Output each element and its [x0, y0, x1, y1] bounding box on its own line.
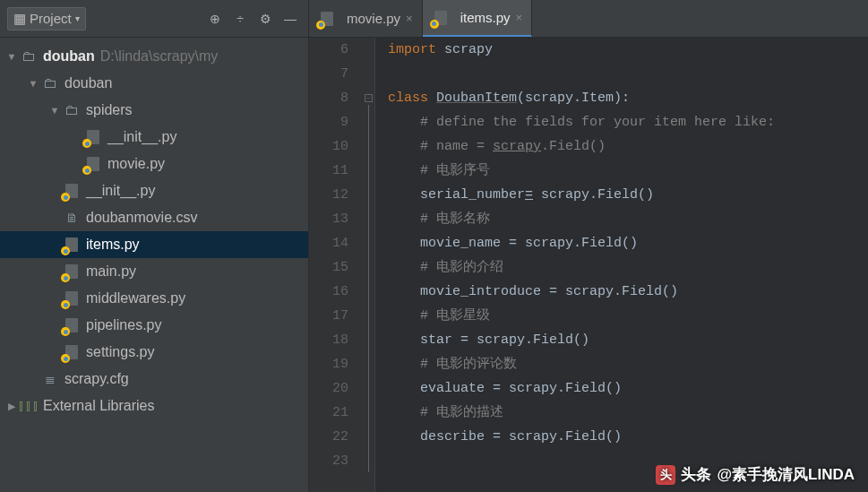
tab-label: items.py: [460, 10, 511, 25]
code-line[interactable]: [388, 62, 868, 86]
line-number: 13: [309, 207, 348, 231]
tree-folder-douban[interactable]: ▼ 🗀 douban: [0, 70, 308, 97]
tree-file-settings[interactable]: settings.py: [0, 339, 308, 366]
line-number: 22: [309, 425, 348, 449]
tree-label: spiders: [86, 102, 133, 118]
line-number: 20: [309, 376, 348, 401]
project-sidebar: ▦ Project ▾ ⊕ ÷ ⚙ — ▼ 🗀 douban D:\linda\…: [0, 0, 309, 492]
python-file-icon: [84, 128, 102, 146]
chevron-down-icon[interactable]: ▼: [25, 78, 41, 89]
line-number: 10: [309, 134, 348, 159]
chevron-down-icon[interactable]: ▼: [4, 51, 20, 62]
code-line[interactable]: movie_name = scrapy.Field(): [388, 231, 868, 255]
tab-label: movie.py: [347, 11, 400, 26]
tree-label: doubanmovie.csv: [86, 210, 198, 226]
tree-label: douban: [43, 48, 95, 65]
close-icon[interactable]: ×: [406, 12, 413, 25]
line-number: 16: [309, 280, 348, 304]
tab-movie[interactable]: movie.py ×: [309, 0, 423, 37]
file-icon: 🗎: [63, 209, 81, 227]
code-line[interactable]: star = scrapy.Field(): [388, 328, 868, 352]
code-content[interactable]: import scrapyclass DoubanItem(scrapy.Ite…: [375, 38, 868, 492]
code-line[interactable]: class DoubanItem(scrapy.Item):: [388, 86, 868, 110]
python-file-icon: [63, 316, 81, 334]
code-line[interactable]: evaluate = scrapy.Field(): [388, 376, 868, 401]
code-editor[interactable]: 67891011121314151617181920212223 − impor…: [309, 38, 868, 492]
minimize-icon[interactable]: —: [279, 8, 301, 30]
line-number: 14: [309, 231, 348, 255]
folder-dot-icon: 🗀: [41, 74, 59, 92]
code-line[interactable]: # define the fields for your item here l…: [388, 110, 868, 134]
code-line[interactable]: serial_number= scrapy.Field(): [388, 183, 868, 207]
tree-file-main[interactable]: main.py: [0, 258, 308, 285]
tree-file-init-douban[interactable]: __init__.py: [0, 177, 308, 204]
line-number: 8: [309, 86, 348, 110]
collapse-icon[interactable]: ÷: [229, 8, 251, 30]
code-line[interactable]: import scrapy: [388, 38, 868, 62]
line-number: 7: [309, 62, 348, 86]
line-number: 21: [309, 401, 348, 425]
code-line[interactable]: describe = scrapy.Field(): [388, 425, 868, 449]
line-number: 15: [309, 255, 348, 280]
watermark-prefix: 头条: [681, 464, 711, 485]
editor-tabs: movie.py × items.py ×: [309, 0, 868, 38]
tree-file-csv[interactable]: 🗎 doubanmovie.csv: [0, 204, 308, 231]
code-line[interactable]: # 电影序号: [388, 159, 868, 183]
tree-label: movie.py: [107, 156, 165, 172]
line-number: 9: [309, 110, 348, 134]
chevron-down-icon[interactable]: ▼: [47, 105, 63, 116]
tree-file-items[interactable]: items.py: [0, 231, 308, 258]
close-icon[interactable]: ×: [515, 11, 522, 24]
fold-line: [368, 105, 369, 472]
tree-label: middlewares.py: [86, 290, 185, 306]
tree-file-pipelines[interactable]: pipelines.py: [0, 312, 308, 339]
code-line[interactable]: # 电影星级: [388, 304, 868, 328]
tab-items[interactable]: items.py ×: [423, 0, 532, 37]
tree-label: __init__.py: [107, 129, 176, 145]
code-line[interactable]: # 电影的介绍: [388, 255, 868, 280]
python-file-icon: [63, 289, 81, 307]
tree-path: D:\linda\scrapy\my: [100, 48, 219, 65]
tree-external-libraries[interactable]: ▶ ⫿⫿⫿ External Libraries: [0, 393, 308, 419]
tree-label: __init__.py: [86, 183, 155, 199]
project-view-selector[interactable]: ▦ Project ▾: [7, 7, 86, 30]
folder-dot-icon: 🗀: [63, 101, 81, 119]
watermark-icon: 头: [656, 465, 675, 485]
line-number: 12: [309, 183, 348, 207]
tree-label: pipelines.py: [86, 317, 162, 333]
tree-label: items.py: [86, 237, 140, 253]
tree-file-middlewares[interactable]: middlewares.py: [0, 285, 308, 312]
python-file-icon: [63, 343, 81, 361]
fold-marker[interactable]: −: [365, 94, 373, 102]
tree-file-movie[interactable]: movie.py: [0, 151, 308, 177]
libraries-icon: ⫿⫿⫿: [20, 397, 38, 415]
line-number: 18: [309, 328, 348, 352]
tree-label: douban: [64, 75, 112, 91]
gear-icon[interactable]: ⚙: [254, 8, 276, 30]
code-line[interactable]: # name = scrapy.Field(): [388, 134, 868, 159]
tree-label: main.py: [86, 263, 136, 280]
python-file-icon: [63, 263, 81, 281]
line-gutter: 67891011121314151617181920212223: [309, 38, 363, 492]
tree-label: External Libraries: [43, 398, 155, 414]
line-number: 19: [309, 352, 348, 376]
project-tree: ▼ 🗀 douban D:\linda\scrapy\my ▼ 🗀 douban…: [0, 38, 308, 492]
target-icon[interactable]: ⊕: [204, 8, 226, 30]
code-line[interactable]: # 电影名称: [388, 207, 868, 231]
tree-file-init-spiders[interactable]: __init__.py: [0, 124, 308, 151]
dropdown-icon: ▾: [75, 13, 80, 23]
line-number: 23: [309, 449, 348, 473]
python-file-icon: [63, 182, 81, 200]
tree-file-cfg[interactable]: ≣ scrapy.cfg: [0, 366, 308, 393]
tree-folder-spiders[interactable]: ▼ 🗀 spiders: [0, 97, 308, 124]
project-view-label: Project: [30, 11, 72, 26]
tree-root[interactable]: ▼ 🗀 douban D:\linda\scrapy\my: [0, 43, 308, 70]
code-line[interactable]: # 电影的评论数: [388, 352, 868, 376]
line-number: 17: [309, 304, 348, 328]
code-line[interactable]: movie_introduce = scrapy.Field(): [388, 280, 868, 304]
tree-label: settings.py: [86, 344, 154, 360]
project-icon: ▦: [13, 11, 26, 27]
code-line[interactable]: # 电影的描述: [388, 401, 868, 425]
fold-column[interactable]: −: [363, 38, 375, 492]
python-file-icon: [318, 10, 336, 28]
